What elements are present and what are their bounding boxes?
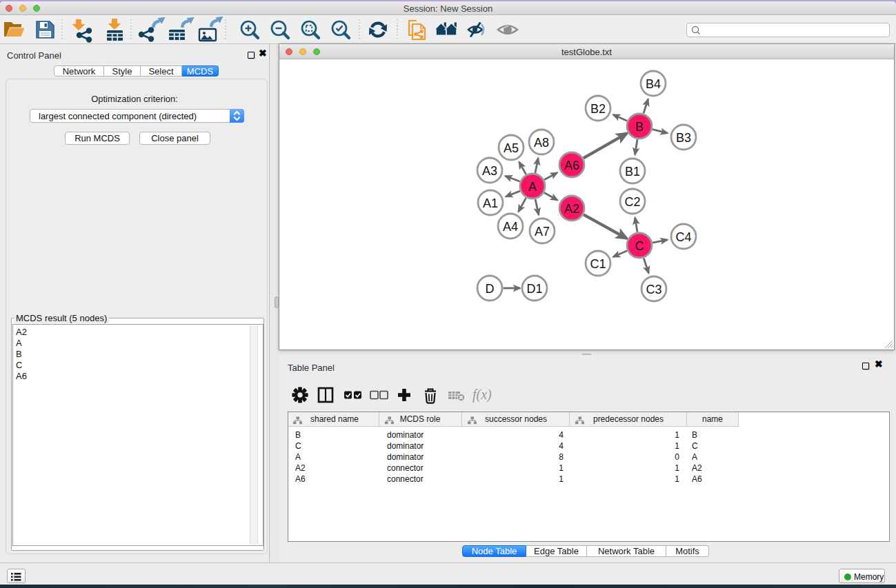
svg-text:C2: C2 bbox=[624, 195, 640, 209]
svg-text:A8: A8 bbox=[534, 136, 549, 150]
svg-text:C4: C4 bbox=[675, 230, 691, 244]
svg-text:B4: B4 bbox=[646, 77, 661, 91]
svg-text:B3: B3 bbox=[676, 131, 691, 145]
svg-text:A1: A1 bbox=[483, 196, 498, 210]
svg-text:A7: A7 bbox=[535, 225, 550, 239]
svg-text:C1: C1 bbox=[590, 257, 606, 271]
svg-text:A6: A6 bbox=[564, 159, 579, 172]
svg-text:A3: A3 bbox=[482, 164, 497, 178]
svg-text:C3: C3 bbox=[646, 283, 661, 296]
svg-text:A4: A4 bbox=[503, 220, 518, 234]
svg-text:B2: B2 bbox=[590, 102, 606, 116]
svg-text:D1: D1 bbox=[526, 282, 542, 296]
svg-text:B: B bbox=[635, 120, 644, 134]
svg-text:A5: A5 bbox=[504, 141, 519, 155]
svg-text:D: D bbox=[486, 282, 495, 296]
svg-text:B1: B1 bbox=[625, 165, 640, 179]
svg-text:A: A bbox=[528, 180, 537, 194]
svg-text:A2: A2 bbox=[564, 202, 579, 216]
svg-text:C: C bbox=[635, 239, 644, 253]
